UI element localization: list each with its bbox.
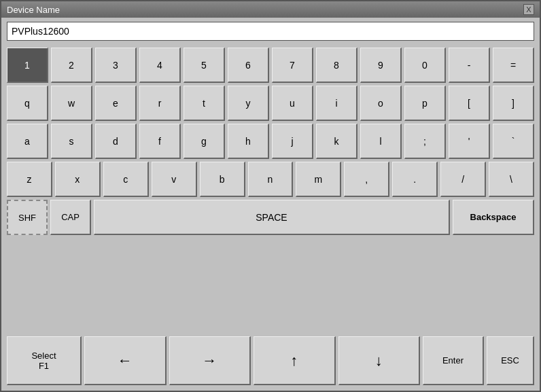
key-r[interactable]: r [139,86,181,121]
key-o[interactable]: o [360,86,402,121]
key-w[interactable]: w [51,86,92,121]
key-n[interactable]: n [248,162,294,197]
down-arrow-icon: ↓ [375,352,383,370]
key-e[interactable]: e [95,86,137,121]
key-minus[interactable]: - [449,48,490,83]
key-h[interactable]: h [228,124,269,159]
device-name-window: Device Name X 1 2 3 4 5 6 7 8 9 0 - = q … [0,0,541,392]
key-quote[interactable]: ' [449,124,490,159]
key-x[interactable]: x [55,162,101,197]
key-y[interactable]: y [228,86,269,121]
window-title: Device Name [7,5,60,15]
keyboard-area: 1 2 3 4 5 6 7 8 9 0 - = q w e r t y u i … [1,45,540,336]
key-4[interactable]: 4 [139,48,181,83]
key-0[interactable]: 0 [404,48,446,83]
select-label: Select [31,351,56,361]
f1-label: F1 [39,361,49,371]
key-3[interactable]: 3 [95,48,137,83]
space-key[interactable]: SPACE [94,200,450,235]
key-lbracket[interactable]: [ [449,86,490,121]
key-7[interactable]: 7 [272,48,313,83]
key-s[interactable]: s [51,124,92,159]
left-arrow-button[interactable]: ← [84,336,167,385]
key-equals[interactable]: = [493,48,534,83]
key-backtick[interactable]: ` [493,124,534,159]
key-6[interactable]: 6 [228,48,269,83]
number-row: 1 2 3 4 5 6 7 8 9 0 - = [7,48,534,83]
key-t[interactable]: t [184,86,225,121]
key-u[interactable]: u [272,86,313,121]
key-period[interactable]: . [392,162,438,197]
key-semicolon[interactable]: ; [404,124,446,159]
title-bar: Device Name X [1,1,540,18]
key-9[interactable]: 9 [360,48,402,83]
key-g[interactable]: g [184,124,225,159]
key-i[interactable]: i [316,86,357,121]
key-b[interactable]: b [200,162,245,197]
up-arrow-icon: ↑ [290,352,298,370]
left-arrow-icon: ← [118,352,133,370]
key-p[interactable]: p [404,86,446,121]
close-button[interactable]: X [523,4,534,15]
select-f1-button[interactable]: Select F1 [7,336,82,385]
enter-button[interactable]: Enter [423,336,484,385]
key-8[interactable]: 8 [316,48,357,83]
key-a[interactable]: a [7,124,48,159]
key-slash[interactable]: / [440,162,486,197]
right-arrow-button[interactable]: → [169,336,251,385]
caps-key[interactable]: CAP [50,200,91,235]
device-name-input[interactable] [7,22,534,41]
key-1[interactable]: 1 [7,48,48,83]
asdf-row: a s d f g h j k l ; ' ` [7,124,534,159]
key-v[interactable]: v [152,162,197,197]
key-f[interactable]: f [139,124,181,159]
key-z[interactable]: z [7,162,52,197]
right-arrow-icon: → [202,352,217,370]
zxcv-row: z x c v b n m , . / \ [7,162,534,197]
key-comma[interactable]: , [344,162,389,197]
key-c[interactable]: c [103,162,149,197]
key-j[interactable]: j [272,124,313,159]
special-row: SHF CAP SPACE Backspace [7,200,534,235]
key-rbracket[interactable]: ] [493,86,534,121]
key-l[interactable]: l [360,124,402,159]
up-arrow-button[interactable]: ↑ [254,336,336,385]
key-5[interactable]: 5 [184,48,225,83]
key-m[interactable]: m [296,162,341,197]
key-q[interactable]: q [7,86,48,121]
shift-key[interactable]: SHF [7,200,48,235]
key-backslash[interactable]: \ [489,162,534,197]
qwerty-row: q w e r t y u i o p [ ] [7,86,534,121]
key-k[interactable]: k [316,124,357,159]
input-row [1,18,540,45]
bottom-row: Select F1 ← → ↑ ↓ Enter ESC [1,336,540,391]
key-d[interactable]: d [95,124,137,159]
esc-button[interactable]: ESC [487,336,534,385]
backspace-key[interactable]: Backspace [453,200,534,235]
key-2[interactable]: 2 [51,48,92,83]
down-arrow-button[interactable]: ↓ [338,336,421,385]
